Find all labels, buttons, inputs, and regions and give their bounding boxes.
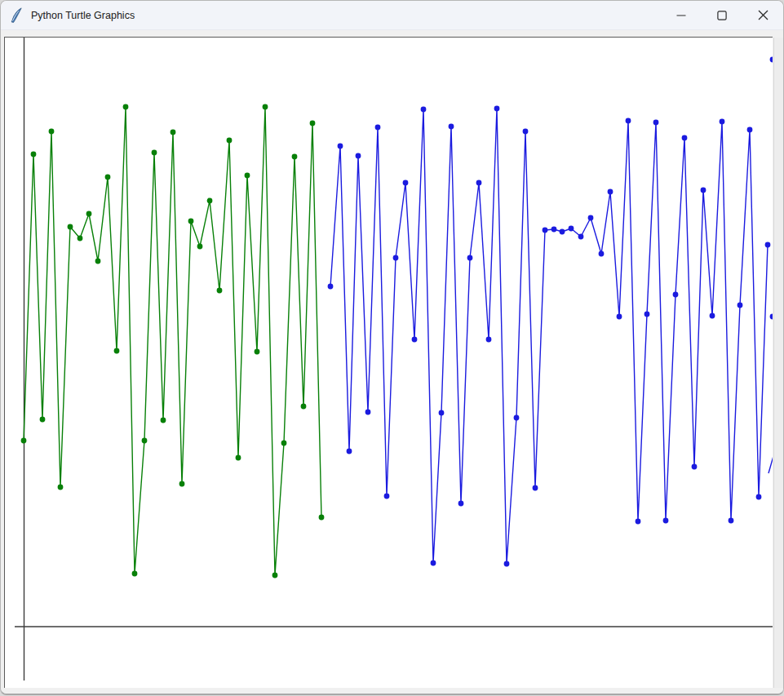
green-series-data-point xyxy=(236,455,241,461)
blue-series-data-point xyxy=(449,124,454,130)
blue-series-data-point xyxy=(682,135,688,141)
blue-series-data-point xyxy=(588,215,594,221)
green-series-line xyxy=(24,107,321,575)
green-series-data-point xyxy=(58,485,64,490)
blue-series-data-point xyxy=(375,125,381,131)
window-bottom-edge xyxy=(4,688,783,694)
green-series-data-point xyxy=(68,224,73,230)
blue-series-data-point xyxy=(431,561,436,566)
green-series-data-point xyxy=(21,438,27,444)
green-series-data-point xyxy=(197,244,203,250)
blue-series-data-point xyxy=(421,107,427,113)
green-series-data-point xyxy=(227,138,233,144)
green-series-data-point xyxy=(105,175,111,180)
blue-series-data-point xyxy=(765,242,771,248)
blue-series-data-point xyxy=(393,255,399,261)
blue-series-data-point xyxy=(626,118,631,124)
blue-series-data-point xyxy=(569,226,574,232)
blue-series-data-point xyxy=(523,129,529,135)
blue-series-data-point xyxy=(560,229,565,235)
green-series-data-point xyxy=(86,211,92,217)
blue-series-data-point xyxy=(729,518,734,524)
green-series-data-point xyxy=(301,404,307,410)
green-series-data-point xyxy=(49,129,55,135)
blue-series-data-point xyxy=(543,228,548,233)
blue-series-data-point xyxy=(644,312,650,317)
blue-series-data-point xyxy=(365,410,371,415)
blue-series-data-point xyxy=(747,127,753,133)
blue-series-data-point xyxy=(720,119,725,125)
blue-series-data-point xyxy=(458,501,464,507)
minimize-icon xyxy=(676,11,686,20)
green-series-data-point xyxy=(263,104,268,110)
green-series-data-point xyxy=(245,173,250,179)
window-title: Python Turtle Graphics xyxy=(31,10,135,21)
blue-series-data-point xyxy=(476,180,482,186)
green-series-data-point xyxy=(142,438,148,444)
blue-series-data-point xyxy=(653,120,659,126)
green-series-data-point xyxy=(132,571,138,577)
green-series-data-point xyxy=(310,121,316,126)
green-series-data-point xyxy=(171,130,176,135)
blue-series-data-point xyxy=(578,234,584,240)
maximize-icon xyxy=(717,11,727,20)
green-series-data-point xyxy=(78,236,83,242)
blue-series-data-point xyxy=(439,410,445,416)
turtle-canvas xyxy=(4,37,773,688)
blue-series-data-point xyxy=(356,153,361,159)
blue-series-data-point xyxy=(673,292,679,298)
clipped-line-fragment xyxy=(768,456,773,473)
green-series-data-point xyxy=(319,515,325,521)
clipped-dot-fragment xyxy=(770,314,773,320)
blue-series-data-point xyxy=(608,189,613,195)
green-series-data-point xyxy=(114,348,120,354)
close-icon xyxy=(758,10,768,20)
blue-series-data-point xyxy=(403,180,409,186)
green-series-data-point xyxy=(281,441,287,446)
blue-series-data-point xyxy=(599,251,605,257)
blue-series-data-point xyxy=(328,284,334,290)
blue-series-line xyxy=(330,109,768,564)
tk-feather-icon xyxy=(10,7,24,23)
vertical-scrollbar-track[interactable] xyxy=(773,38,784,688)
green-series-data-point xyxy=(179,481,185,487)
blue-series-data-point xyxy=(710,313,715,319)
maximize-button[interactable] xyxy=(702,1,742,30)
turtle-graphics-window: Python Turtle Graphics xyxy=(0,0,784,695)
blue-series-data-point xyxy=(737,303,743,308)
green-series-data-point xyxy=(95,259,101,264)
blue-series-data-point xyxy=(617,314,622,320)
blue-series-data-point xyxy=(692,464,698,470)
blue-series-data-point xyxy=(756,494,762,500)
green-series-data-point xyxy=(31,152,37,157)
green-series-data-point xyxy=(40,417,46,423)
blue-series-data-point xyxy=(504,561,510,567)
close-button[interactable] xyxy=(742,1,783,30)
green-series-data-point xyxy=(207,198,213,204)
blue-series-data-point xyxy=(663,518,669,524)
window-controls xyxy=(661,1,783,30)
blue-series-data-point xyxy=(701,188,706,193)
green-series-data-point xyxy=(217,288,223,294)
green-series-data-point xyxy=(123,104,129,110)
minimize-button[interactable] xyxy=(661,1,702,30)
blue-series-data-point xyxy=(338,144,343,149)
blue-series-data-point xyxy=(551,227,557,233)
clipped-dot-fragment xyxy=(770,57,773,63)
green-series-data-point xyxy=(161,418,166,423)
green-series-data-point xyxy=(255,349,260,355)
green-series-data-point xyxy=(272,573,278,579)
blue-series-data-point xyxy=(514,415,520,421)
blue-series-data-point xyxy=(494,106,500,112)
blue-series-data-point xyxy=(412,337,418,343)
blue-series-data-point xyxy=(636,519,641,525)
green-series-data-point xyxy=(152,150,157,156)
blue-series-data-point xyxy=(467,255,473,261)
blue-series-data-point xyxy=(533,485,538,491)
blue-series-data-point xyxy=(384,494,390,499)
turtle-canvas-svg xyxy=(5,38,773,688)
green-series-data-point xyxy=(188,219,194,224)
green-series-data-point xyxy=(292,154,298,160)
blue-series-data-point xyxy=(347,449,352,454)
title-bar[interactable]: Python Turtle Graphics xyxy=(1,1,783,30)
